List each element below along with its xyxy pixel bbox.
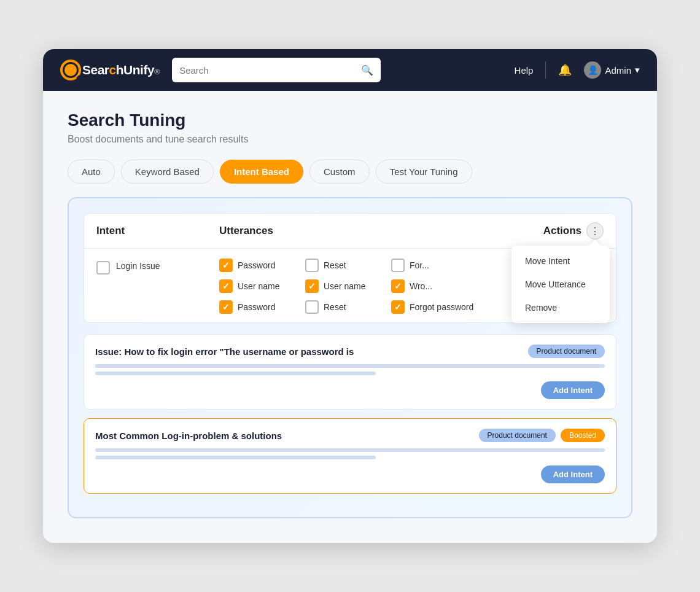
utterance-checkbox-checked[interactable] xyxy=(219,300,233,314)
tab-custom[interactable]: Custom xyxy=(309,160,370,184)
tab-intent-based[interactable]: Intent Based xyxy=(220,160,303,184)
utterance-item: For... xyxy=(391,257,477,272)
utterance-checkbox-unchecked[interactable] xyxy=(305,300,319,314)
page-subtitle: Boost documents and tune search results xyxy=(68,134,632,145)
tab-auto[interactable]: Auto xyxy=(68,160,115,184)
tab-keyword-based[interactable]: Keyword Based xyxy=(121,160,214,184)
intent-table: Intent Utterances Actions ⋮ Move Intent … xyxy=(84,213,616,323)
utterance-checkbox-unchecked[interactable] xyxy=(391,259,405,272)
dropdown-item-move-intent[interactable]: Move Intent xyxy=(511,249,610,273)
utterance-label: User name xyxy=(238,281,279,291)
avatar: 👤 xyxy=(584,61,601,79)
badge-product-doc-2: Product document xyxy=(479,429,556,442)
main-window: SearchUnify® 🔍 Help 🔔 👤 Admin ▾ Search T… xyxy=(43,49,657,543)
utterance-label: Wro... xyxy=(410,281,432,291)
add-intent-button-2[interactable]: Add Intent xyxy=(541,465,605,483)
help-link[interactable]: Help xyxy=(515,65,534,76)
intent-label: Login Issue xyxy=(116,261,160,271)
tab-test-your-tuning[interactable]: Test Your Tuning xyxy=(376,160,472,184)
chevron-down-icon: ▾ xyxy=(635,64,640,76)
dropdown-arrow xyxy=(589,240,601,246)
search-input[interactable] xyxy=(179,65,356,76)
col-actions-header: Actions ⋮ xyxy=(543,222,604,240)
utterance-item: Forgot password xyxy=(391,299,477,314)
utterance-col-3: For... Wro... Forgot password xyxy=(391,257,477,314)
doc-card-1: Issue: How to fix login error "The usern… xyxy=(84,334,616,410)
utterance-label: Password xyxy=(238,260,275,270)
logo: SearchUnify® xyxy=(60,60,160,80)
utterance-checkbox-unchecked[interactable] xyxy=(305,259,319,272)
doc-lines-2 xyxy=(95,448,605,459)
utterance-item: Password xyxy=(219,299,305,314)
utterance-col-1: Password User name Password xyxy=(219,257,305,314)
doc-card-2-header: Most Common Log-in-problem & solutions P… xyxy=(95,429,605,442)
utterance-checkbox-checked[interactable] xyxy=(305,279,319,293)
logo-icon xyxy=(60,60,81,80)
admin-label: Admin xyxy=(605,65,631,76)
col-intent-header: Intent xyxy=(96,225,219,237)
page-title: Search Tuning xyxy=(68,111,632,130)
table-header: Intent Utterances Actions ⋮ Move Intent … xyxy=(84,214,616,249)
utterance-item: Password xyxy=(219,257,305,272)
intent-checkbox[interactable] xyxy=(96,261,110,275)
doc-line xyxy=(95,448,605,452)
utterance-checkbox-checked[interactable] xyxy=(219,279,233,293)
dropdown-item-move-utterance[interactable]: Move Utterance xyxy=(511,273,610,296)
utterance-label: Reset xyxy=(324,260,346,270)
col-utterances-header: Utterances xyxy=(219,225,543,237)
badge-boosted-2: Boosted xyxy=(561,429,605,442)
doc-card-2-footer: Add Intent xyxy=(95,465,605,483)
tabs-bar: Auto Keyword Based Intent Based Custom T… xyxy=(68,160,632,184)
doc-title-2: Most Common Log-in-problem & solutions xyxy=(95,430,479,441)
utterance-label: For... xyxy=(410,260,429,270)
utterance-label: Forgot password xyxy=(410,302,473,312)
utterance-checkbox-checked[interactable] xyxy=(391,300,405,314)
utterance-checkbox-checked[interactable] xyxy=(391,279,405,293)
doc-badges-2: Product document Boosted xyxy=(479,429,605,442)
doc-lines-1 xyxy=(95,364,605,375)
header-divider xyxy=(545,61,546,79)
utterance-label: User name xyxy=(324,281,365,291)
badge-product-doc-1: Product document xyxy=(528,345,605,358)
utterance-label: Reset xyxy=(324,302,346,312)
doc-card-2: Most Common Log-in-problem & solutions P… xyxy=(84,418,616,494)
doc-card-1-footer: Add Intent xyxy=(95,381,605,399)
doc-card-1-header: Issue: How to fix login error "The usern… xyxy=(95,345,605,358)
actions-dropdown: Move Intent Move Utterance Remove xyxy=(511,246,610,323)
header-right: Help 🔔 👤 Admin ▾ xyxy=(515,61,640,79)
logo-text: SearchUnify® xyxy=(82,63,160,77)
utterance-col-2: Reset User name Reset xyxy=(305,257,391,314)
doc-badges-1: Product document xyxy=(528,345,605,358)
search-bar: 🔍 xyxy=(172,58,381,82)
admin-menu[interactable]: 👤 Admin ▾ xyxy=(584,61,640,79)
notification-bell-icon[interactable]: 🔔 xyxy=(558,63,572,77)
utterance-checkbox-checked[interactable] xyxy=(219,259,233,272)
utterance-item: Reset xyxy=(305,299,391,314)
header: SearchUnify® 🔍 Help 🔔 👤 Admin ▾ xyxy=(43,49,657,91)
doc-line xyxy=(95,456,376,459)
utterance-item: User name xyxy=(219,278,305,293)
dropdown-item-remove[interactable]: Remove xyxy=(511,296,610,319)
utterance-item: Reset xyxy=(305,257,391,272)
content-card: Intent Utterances Actions ⋮ Move Intent … xyxy=(68,197,632,518)
doc-title-1: Issue: How to fix login error "The usern… xyxy=(95,346,528,357)
doc-line xyxy=(95,372,376,375)
doc-line xyxy=(95,364,605,368)
actions-menu-button[interactable]: ⋮ xyxy=(586,222,604,240)
search-icon: 🔍 xyxy=(361,64,373,76)
main-content: Search Tuning Boost documents and tune s… xyxy=(43,91,657,543)
utterance-item: Wro... xyxy=(391,278,477,293)
add-intent-button-1[interactable]: Add Intent xyxy=(541,381,605,399)
utterance-label: Password xyxy=(238,302,275,312)
row-intent-cell: Login Issue xyxy=(96,257,219,275)
utterance-item: User name xyxy=(305,278,391,293)
